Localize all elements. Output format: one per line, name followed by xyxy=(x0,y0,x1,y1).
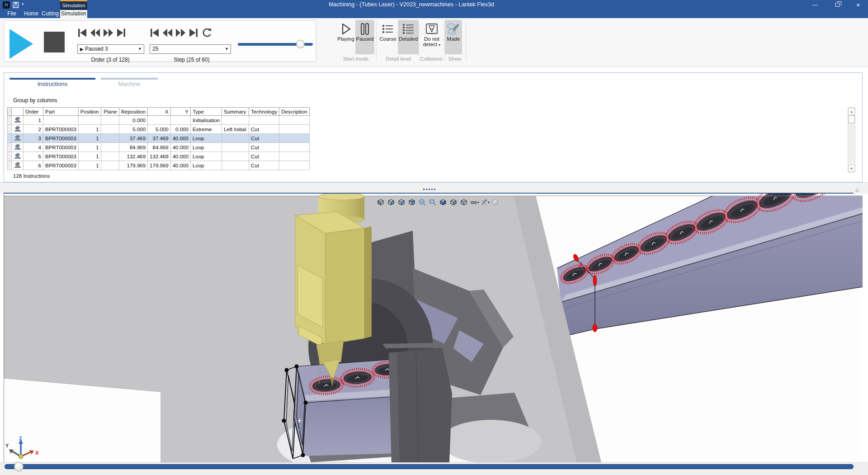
axis-x-label: X xyxy=(35,450,39,456)
instruction-machine-icon xyxy=(14,143,22,150)
tab-file[interactable]: File xyxy=(5,10,19,18)
table-row[interactable]: 6BPRT0000031179.969179.96940.000LoopCut xyxy=(8,161,310,170)
view-iso-left-cube-icon[interactable] xyxy=(460,198,469,207)
view-top-cube-icon[interactable] xyxy=(408,198,417,207)
tube-stub xyxy=(282,360,403,459)
order-caption: Order (3 of 128) xyxy=(67,57,153,63)
3d-viewport[interactable] xyxy=(4,194,863,462)
ghost-cube-icon[interactable] xyxy=(491,198,500,207)
view-options-glasses-icon[interactable]: ▾ xyxy=(470,198,479,207)
col-header-y[interactable]: Y xyxy=(170,108,190,116)
instruction-machine-icon xyxy=(14,152,22,159)
order-combobox[interactable]: ▶ Paused 3▼ xyxy=(77,44,144,54)
col-header-position[interactable]: Position xyxy=(78,108,101,116)
scroll-up-icon[interactable]: ▲ xyxy=(848,108,855,115)
table-row[interactable]: 3BPRT000003137.46937.46940.000LoopCut xyxy=(8,134,310,143)
menubar: File Home Cutting Simulation xyxy=(0,10,868,18)
fast-forward-icon[interactable] xyxy=(175,27,186,38)
rewind-icon[interactable] xyxy=(162,27,173,38)
step-combobox[interactable]: 25▼ xyxy=(150,44,231,54)
splitter-grip-icon[interactable] xyxy=(423,189,435,190)
skip-last-icon[interactable] xyxy=(116,27,127,38)
list-coarse-icon xyxy=(381,22,395,36)
paused-button[interactable]: Paused xyxy=(355,20,374,54)
scroll-down-icon[interactable]: ▼ xyxy=(848,165,855,172)
list-detailed-icon xyxy=(401,22,415,36)
save-icon[interactable] xyxy=(13,2,19,8)
speed-slider-thumb[interactable] xyxy=(296,40,305,48)
tab-cutting[interactable]: Cutting xyxy=(41,10,60,18)
transport-group: ▶ Paused 3▼ 25▼ Order (3 of 128) Step (2… xyxy=(4,20,316,62)
table-row[interactable]: 10.000Initialisation xyxy=(8,116,310,125)
simulation-progress-thumb[interactable] xyxy=(14,462,24,471)
tab-instructions[interactable]: Instructions xyxy=(9,81,95,87)
table-row[interactable]: 4BPRT000003184.96984.96940.000LoopCut xyxy=(8,143,310,152)
col-header-order[interactable]: Order xyxy=(24,108,43,116)
table-scrollbar[interactable]: ▲ ▼ xyxy=(848,107,855,172)
playing-button[interactable]: Playing xyxy=(336,20,355,54)
view-iso-right-cube-icon[interactable] xyxy=(449,198,458,207)
order-transport xyxy=(76,27,127,38)
simulation-progress-track[interactable] xyxy=(5,464,854,469)
step-caption: Step (25 of 60) xyxy=(149,57,235,63)
rewind-icon[interactable] xyxy=(90,27,101,38)
view-left-cube-icon[interactable] xyxy=(377,198,386,207)
instructions-table: ⋮OrderPartPositionPlaneRepositionXYTypeS… xyxy=(7,107,310,170)
step-transport xyxy=(149,27,212,38)
axis-y-label: Y xyxy=(5,443,9,448)
tab-machine[interactable]: Machine xyxy=(101,81,158,87)
view-bottom-cube-icon[interactable] xyxy=(387,198,396,207)
instruction-machine-icon xyxy=(14,134,22,141)
tab-simulation[interactable]: Simulation xyxy=(60,10,87,18)
stop-button[interactable] xyxy=(44,32,65,52)
group-detail-level: Detail level xyxy=(379,56,418,62)
bottom-bar xyxy=(0,462,868,475)
panel-splitter[interactable]: ⌂ xyxy=(0,182,868,194)
zoom-window-icon[interactable] xyxy=(429,198,438,207)
qat-dropdown-icon[interactable]: ▾ xyxy=(22,2,24,6)
pause-outline-icon xyxy=(358,22,372,36)
tools-icon[interactable]: ▾ xyxy=(481,198,490,207)
app-icon[interactable]: f3 xyxy=(3,1,10,9)
restore-button[interactable] xyxy=(830,0,845,10)
close-button[interactable]: × xyxy=(852,0,867,10)
ribbon: ▶ Paused 3▼ 25▼ Order (3 of 128) Step (2… xyxy=(0,18,868,67)
col-header-part[interactable]: Part xyxy=(43,108,79,116)
group-show: Show xyxy=(445,56,465,62)
contextual-tab-simulation[interactable]: Simulation xyxy=(60,0,87,10)
play-outline-icon xyxy=(339,22,353,36)
col-header-technology[interactable]: Technology xyxy=(249,108,279,116)
collapse-panel-icon[interactable]: ⌂ xyxy=(855,186,859,193)
iso-cube-icon[interactable] xyxy=(439,198,448,207)
col-header-reposition[interactable]: Reposition xyxy=(119,108,147,116)
instruction-machine-icon xyxy=(14,125,22,132)
table-row[interactable]: 5BPRT0000031132.469132.46940.000LoopCut xyxy=(8,152,310,161)
viewport-left-edge xyxy=(4,194,4,462)
zoom-all-icon[interactable] xyxy=(418,198,427,207)
made-button[interactable]: Made xyxy=(445,20,462,54)
col-header-x[interactable]: X xyxy=(148,108,171,116)
col-header-summary[interactable]: Summary xyxy=(222,108,249,116)
col-header-description[interactable]: Description xyxy=(279,108,310,116)
skip-last-icon[interactable] xyxy=(188,27,199,38)
replay-icon[interactable] xyxy=(201,27,212,38)
coarse-button[interactable]: Coarse xyxy=(379,20,397,54)
skip-first-icon[interactable] xyxy=(76,27,88,38)
col-header-plane[interactable]: Plane xyxy=(101,108,119,116)
view-front-cube-icon[interactable] xyxy=(397,198,406,207)
detailed-button[interactable]: Detailed xyxy=(398,20,419,54)
instruction-machine-icon xyxy=(14,162,22,168)
instructions-panel: Instructions Machine Group by columns ⋮O… xyxy=(4,72,863,182)
group-start-mode: Start mode xyxy=(336,56,375,62)
chuck-front xyxy=(382,343,452,462)
play-button[interactable] xyxy=(9,29,33,59)
scrollbar-thumb[interactable] xyxy=(848,115,855,123)
group-by-columns-label[interactable]: Group by columns xyxy=(13,97,57,104)
tab-home[interactable]: Home xyxy=(24,10,39,18)
skip-first-icon[interactable] xyxy=(149,27,160,38)
fast-forward-icon[interactable] xyxy=(103,27,114,38)
col-header-type[interactable]: Type xyxy=(190,108,222,116)
table-row[interactable]: 2BPRT00000315.0005.0000.000ExtremeLeft I… xyxy=(8,125,310,134)
do-not-detect-button[interactable]: Do not detect ▾ xyxy=(420,20,443,54)
minimize-button[interactable] xyxy=(807,0,823,10)
